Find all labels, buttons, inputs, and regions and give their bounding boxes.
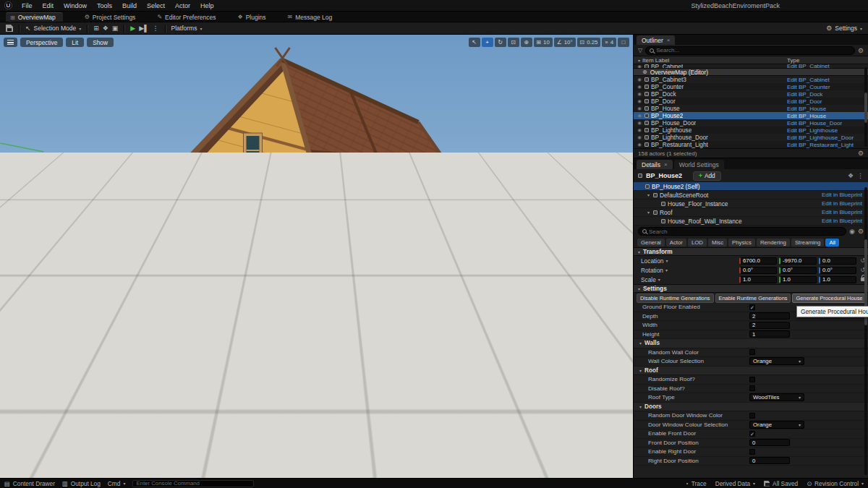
close-icon[interactable]: × <box>667 37 671 43</box>
settings-dropdown[interactable]: ⚙ Settings ▾ <box>826 25 862 32</box>
visibility-eye-icon[interactable]: ◉ <box>637 77 642 82</box>
checkbox-ground-floor-enabled[interactable]: ✓ <box>749 304 755 310</box>
rotation-snap-control[interactable]: ∠ 10° <box>554 38 576 47</box>
checkbox-random-door-window-color[interactable] <box>749 413 755 419</box>
blueprint-icon[interactable]: ❖ <box>848 172 854 179</box>
chevron-down-icon[interactable]: ▾ <box>658 277 660 282</box>
visibility-eye-icon[interactable]: ◉ <box>637 106 642 111</box>
edit-blueprint-link[interactable]: Edit BP_Counter <box>787 84 830 90</box>
outliner-row-bp-door[interactable]: ◉BP_DoorEdit BP_Door <box>634 98 868 105</box>
transform-rotation-y[interactable]: 0.0° <box>779 267 817 274</box>
menu-actor[interactable]: Actor <box>170 2 195 9</box>
menu-edit[interactable]: Edit <box>38 2 59 9</box>
edit-in-blueprint-link[interactable]: Edit in Blueprint <box>822 200 862 207</box>
tab-details[interactable]: Details × <box>637 160 673 169</box>
menu-file[interactable]: File <box>17 2 38 9</box>
menu-tools[interactable]: Tools <box>92 2 117 9</box>
details-search-box[interactable] <box>638 227 846 236</box>
unreal-logo-icon[interactable]: U <box>4 1 12 9</box>
visibility-eye-icon[interactable]: ◉ <box>637 120 642 126</box>
edit-blueprint-link[interactable]: Edit BP_House_Door <box>787 120 842 127</box>
outliner-search-input[interactable] <box>656 47 851 53</box>
details-scrollbar[interactable] <box>864 187 867 475</box>
platforms-dropdown[interactable]: Platforms ▾ <box>171 25 203 32</box>
number-field-depth[interactable]: 2 <box>749 312 790 320</box>
menu-help[interactable]: Help <box>195 2 219 9</box>
close-icon[interactable]: × <box>664 161 668 168</box>
select-tool-icon[interactable]: ↖ <box>469 38 480 47</box>
menu-window[interactable]: Window <box>59 2 92 9</box>
viewport-menu-button[interactable] <box>4 38 17 47</box>
transform-scale-y[interactable]: 1.0 <box>779 276 817 283</box>
plugins-button[interactable]: ❖ Plugins <box>237 12 265 22</box>
checkbox-randomize-roof[interactable] <box>749 377 755 382</box>
edit-blueprint-link[interactable]: Edit BP_Door <box>787 98 822 105</box>
cinematics-icon[interactable]: ▣ <box>112 25 119 32</box>
more-options-icon[interactable]: ⋮ <box>857 172 864 179</box>
perspective-dropdown[interactable]: Perspective <box>20 38 63 47</box>
output-log-button[interactable]: ▥ Output Log <box>62 480 101 487</box>
category-tab-general[interactable]: General <box>637 239 665 247</box>
revision-control-button[interactable]: ⊙ Revision Control ▾ <box>807 480 864 487</box>
transform-rotation-z[interactable]: 0.0° <box>819 267 856 274</box>
enable-runtime-generations-button[interactable]: Enable Runtime Generations <box>715 294 791 303</box>
tree-row-house-roof-wall-instance[interactable]: House_Roof_Wall_InstanceEdit in Blueprin… <box>634 217 868 226</box>
dropdown-door-window-colour-selection[interactable]: Orange▾ <box>749 421 804 429</box>
dropdown-roof-type[interactable]: WoodTiles▾ <box>749 393 804 401</box>
dropdown-wall-colour-selection[interactable]: Orange▾ <box>749 357 804 365</box>
edit-in-blueprint-link[interactable]: Edit in Blueprint <box>822 209 862 215</box>
blueprints-icon[interactable]: ❖ <box>103 25 109 32</box>
checkbox-disable-roof[interactable] <box>749 385 755 391</box>
content-drawer-button[interactable]: ▤ Content Drawer <box>4 480 55 487</box>
tree-row-roof[interactable]: ▾RoofEdit in Blueprint <box>634 208 868 217</box>
outliner-view-options-icon[interactable]: ⚙ <box>858 150 864 157</box>
edit-blueprint-link[interactable]: Edit BP_House <box>787 113 826 119</box>
visibility-eye-icon[interactable]: ◉ <box>637 84 642 90</box>
derived-data-button[interactable]: Derived Data ▾ <box>715 480 755 487</box>
skip-to-end-icon[interactable]: ▶▌ <box>139 25 148 32</box>
details-search-input[interactable] <box>649 228 842 235</box>
outliner-world-row[interactable]: ⊕ OverviewMap (Editor) <box>634 68 868 76</box>
visibility-eye-icon[interactable]: ◉ <box>637 113 642 119</box>
cmd-dropdown[interactable]: Cmd ▾ <box>108 480 126 487</box>
outliner-row-bp-lighthouse-door[interactable]: ◉BP_Lighthouse_DoorEdit BP_Lighthouse_Do… <box>634 134 868 141</box>
add-component-button[interactable]: + Add <box>693 171 721 181</box>
tab-world-settings[interactable]: World Settings <box>674 160 724 169</box>
play-options-icon[interactable]: ⋮ <box>153 25 159 32</box>
visibility-eye-icon[interactable]: ◉ <box>637 134 642 140</box>
camera-speed-control[interactable]: » 4 <box>602 38 616 47</box>
outliner-scrollbar[interactable] <box>864 67 867 147</box>
outliner-row-bp-counter[interactable]: ◉BP_CounterEdit BP_Counter <box>634 83 868 90</box>
tree-row-bp-house2-self[interactable]: BP_House2 (Self) <box>634 182 868 191</box>
details-settings-icon[interactable]: ⚙ <box>858 228 864 235</box>
subsection-walls[interactable]: ▾Walls <box>634 339 868 348</box>
world-space-icon[interactable]: ⊕ <box>521 38 532 47</box>
add-actor-icon[interactable]: ⊞ <box>93 25 99 32</box>
generate-procedural-house-button[interactable]: Generate Procedural House <box>792 294 866 303</box>
outliner-row-bp-lighthouse[interactable]: ◉BP_LighthouseEdit BP_Lighthouse <box>634 127 868 134</box>
outliner-row-bp-cabinet3[interactable]: ◉BP_Cabinet3Edit BP_Cabinet <box>634 76 868 83</box>
number-field-width[interactable]: 2 <box>749 322 790 329</box>
menu-build[interactable]: Build <box>117 2 142 9</box>
disable-runtime-generations-button[interactable]: Disable Runtime Generations <box>637 294 714 303</box>
filter-icon[interactable]: ▽ <box>638 47 642 53</box>
category-tab-physics[interactable]: Physics <box>728 239 755 247</box>
category-tab-streaming[interactable]: Streaming <box>791 239 825 247</box>
rotate-tool-icon[interactable]: ↻ <box>495 38 506 47</box>
transform-section-header[interactable]: ▾ Transform <box>634 247 868 256</box>
scale-tool-icon[interactable]: ⊡ <box>508 38 519 47</box>
tree-row-defaultsceneroot[interactable]: ▾DefaultSceneRootEdit in Blueprint <box>634 191 868 200</box>
editor-preferences-button[interactable]: ✎ Editor Preferences <box>157 12 216 22</box>
scale-snap-control[interactable]: ⊡ 0.25 <box>577 38 601 47</box>
tree-row-house-floor-instance[interactable]: House_Floor_InstanceEdit in Blueprint <box>634 200 868 208</box>
visibility-eye-icon[interactable]: ◉ <box>637 91 642 97</box>
outliner-row-bp-house-door[interactable]: ◉BP_House_DoorEdit BP_House_Door <box>634 119 868 127</box>
checkbox-enable-front-door[interactable]: ✓ <box>749 431 755 437</box>
settings-section-header[interactable]: ▾ Settings <box>634 284 868 293</box>
category-tab-misc[interactable]: Misc <box>708 239 727 247</box>
details-eye-icon[interactable]: ◉ <box>849 228 855 235</box>
checkbox-enable-right-door[interactable] <box>749 449 755 455</box>
edit-in-blueprint-link[interactable]: Edit in Blueprint <box>822 192 862 198</box>
menu-select[interactable]: Select <box>142 2 170 9</box>
viewport-3d[interactable]: Perspective Lit Show ↖ + ↻ ⊡ ⊕ ⊞ 10 <box>0 35 633 478</box>
